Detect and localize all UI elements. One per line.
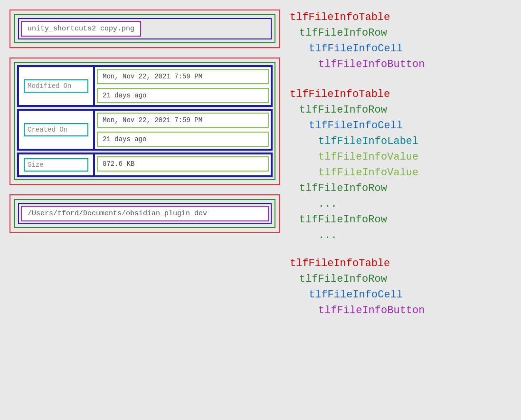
section3-inner2: /Users/tford/Documents/obsidian_plugin_d… [18,203,272,224]
label-tlfFileInfoValue-1: tlfFileInfoValue [290,149,513,165]
section1-inner2: unity_shortcuts2 copy.png [18,18,272,39]
label-tlfFileInfoTable-2: tlfFileInfoTable [290,86,513,102]
label-group-1: tlfFileInfoTable tlfFileInfoRow tlfFileI… [290,10,513,72]
info-label-modified: Modified On [24,79,88,93]
label-group-2: tlfFileInfoTable tlfFileInfoRow tlfFileI… [290,86,513,241]
info-label-size: Size [24,158,88,172]
section1-inner: unity_shortcuts2 copy.png [14,14,275,43]
info-row-created: Created On Mon, Nov 22, 2021 7:59 PM 21 … [17,109,273,151]
label-tlfFileInfoTable-1: tlfFileInfoTable [290,10,513,25]
label-tlfFileInfoCell-3: tlfFileInfoCell [290,287,513,303]
info-label-created: Created On [24,123,88,136]
info-cell-label-modified: Modified On [18,66,94,106]
section3-outer: /Users/tford/Documents/obsidian_plugin_d… [9,194,280,233]
info-cell-values-created: Mon, Nov 22, 2021 7:59 PM 21 days ago [94,110,272,150]
path-button[interactable]: /Users/tford/Documents/obsidian_plugin_d… [21,206,269,221]
info-value-size: 872.6 KB [97,156,269,172]
label-tlfFileInfoRow-2a: tlfFileInfoRow [290,102,513,118]
info-value-modified-date: Mon, Nov 22, 2021 7:59 PM [97,69,269,84]
section2-inner: Modified On Mon, Nov 22, 2021 7:59 PM 21… [14,62,275,180]
label-tlfFileInfoRow-3: tlfFileInfoRow [290,271,513,287]
info-cell-label-created: Created On [18,110,94,150]
info-row-modified: Modified On Mon, Nov 22, 2021 7:59 PM 21… [17,65,273,107]
info-value-created-date: Mon, Nov 22, 2021 7:59 PM [97,113,269,128]
info-cell-values-size: 872.6 KB [94,153,272,176]
section3-inner: /Users/tford/Documents/obsidian_plugin_d… [14,199,275,228]
label-tlfFileInfoButton-1: tlfFileInfoButton [290,57,513,72]
label-group-3: tlfFileInfoTable tlfFileInfoRow tlfFileI… [290,256,513,318]
label-tlfFileInfoButton-3: tlfFileInfoButton [290,303,513,318]
left-panel: unity_shortcuts2 copy.png Modified On Mo… [9,10,280,233]
label-dots-2: ... [290,229,513,241]
right-panel: tlfFileInfoTable tlfFileInfoRow tlfFileI… [290,5,513,323]
info-value-created-relative: 21 days ago [97,132,269,147]
info-value-modified-relative: 21 days ago [97,88,269,103]
label-dots-1: ... [290,198,513,210]
label-tlfFileInfoValue-2: tlfFileInfoValue [290,165,513,181]
label-tlfFileInfoTable-3: tlfFileInfoTable [290,256,513,271]
label-tlfFileInfoRow-2b: tlfFileInfoRow [290,181,513,196]
file-name-button[interactable]: unity_shortcuts2 copy.png [21,21,141,37]
label-tlfFileInfoRow-2c: tlfFileInfoRow [290,212,513,228]
info-cell-values-modified: Mon, Nov 22, 2021 7:59 PM 21 days ago [94,66,272,106]
section1-outer: unity_shortcuts2 copy.png [9,10,280,48]
info-row-size: Size 872.6 KB [17,153,273,177]
label-tlfFileInfoCell-2: tlfFileInfoCell [290,118,513,134]
label-tlfFileInfoRow-1: tlfFileInfoRow [290,25,513,41]
section2-outer: Modified On Mon, Nov 22, 2021 7:59 PM 21… [9,57,280,185]
label-tlfFileInfoCell-1: tlfFileInfoCell [290,41,513,57]
label-tlfFileInfoLabel: tlfFileInfoLabel [290,134,513,149]
info-cell-label-size: Size [18,153,94,176]
